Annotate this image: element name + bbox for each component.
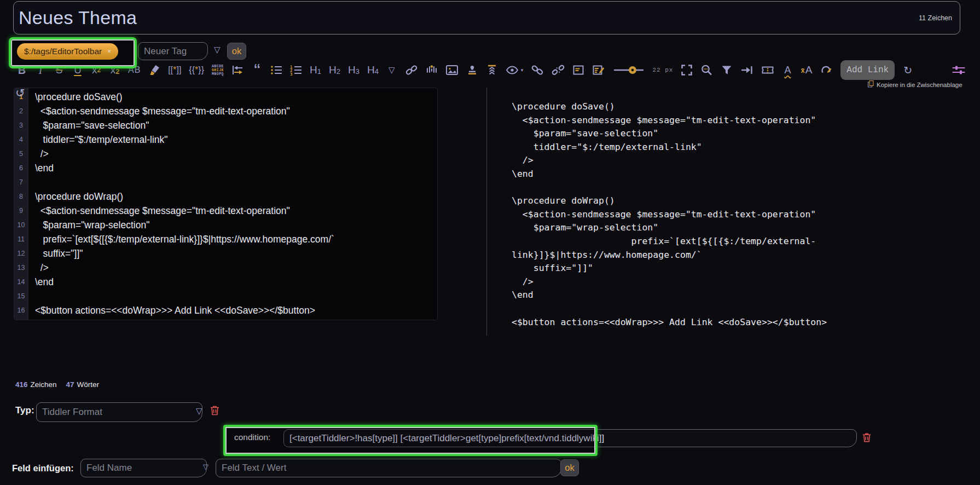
editor-line: 2 <$action-sendmessage $message="tm-edit… [14, 104, 437, 118]
field-value-input[interactable] [216, 459, 561, 477]
bullet-list-icon[interactable] [270, 60, 282, 80]
search-icon[interactable] [700, 60, 713, 80]
letter-case-icon[interactable]: AB [128, 60, 141, 80]
char-count-value: 416 [15, 380, 28, 389]
tag-pill-label: $:/tags/EditorToolbar [24, 47, 102, 56]
filter-icon[interactable] [721, 60, 733, 80]
toolbar-settings-icon[interactable] [952, 60, 966, 80]
toolbar-right-group: ↻ [902, 60, 966, 80]
editor-line: 7 [14, 175, 437, 189]
preview-line: \end [512, 168, 979, 181]
quote-icon[interactable]: “ [252, 60, 263, 80]
strikethrough-icon[interactable]: S [54, 60, 65, 80]
preview-line: link}]}$|https://www.homepage.com/` [512, 249, 979, 262]
line-number: 12 [14, 246, 28, 261]
tag-pill[interactable]: $:/tags/EditorToolbar × [17, 43, 118, 60]
translate-icon[interactable]: x̄A [801, 60, 812, 80]
line-number: 16 [14, 303, 28, 317]
line-height-icon[interactable] [486, 60, 498, 80]
heading-4-icon[interactable]: H4 [367, 60, 379, 80]
line-number: 15 [14, 289, 28, 303]
editor-line-text: suffix="]]" [28, 246, 83, 261]
condition-label: condition: [234, 432, 270, 442]
field-name-dropdown-icon[interactable]: ▽ [203, 463, 208, 471]
line-number: 10 [14, 218, 28, 232]
preview-icon[interactable]: ▾ [506, 60, 524, 80]
indent-icon[interactable] [231, 60, 244, 80]
editor-line-text: \end [28, 275, 54, 289]
editor-line-text: /> [28, 261, 49, 275]
transclusion-icon[interactable]: {{*}} [189, 60, 204, 80]
link-brackets-icon[interactable]: [[*]] [168, 60, 181, 80]
toolbar-icon-group: BISUx2x2AB[[*]]{{*}}ABCDEGHIJKMNOPQ“123H… [16, 60, 833, 80]
goto-icon[interactable] [740, 60, 753, 80]
spellcheck-icon[interactable]: A [782, 60, 793, 80]
media-icon[interactable] [426, 60, 438, 80]
undo-icon[interactable]: ↺ [15, 88, 25, 100]
editor-line: 12 suffix="]]" [14, 246, 437, 261]
tag-remove-icon[interactable]: × [107, 48, 111, 55]
numbered-list-icon[interactable]: 123 [290, 60, 302, 80]
new-tag-input[interactable] [138, 42, 208, 60]
line-number: 14 [14, 275, 28, 289]
line-number: 7 [14, 175, 28, 189]
redo-icon[interactable]: ↻ [902, 60, 913, 80]
add-link-button[interactable]: Add Link [840, 60, 895, 80]
external-link-icon[interactable] [531, 60, 544, 80]
editor-line-text [28, 175, 35, 189]
preview-line: $param="save-selection" [512, 127, 979, 141]
title-input[interactable]: Neues Thema 11 Zeichen [13, 1, 960, 34]
tag-dropdown-icon[interactable]: ▽ [214, 45, 221, 55]
edit-note-icon[interactable] [592, 60, 605, 80]
heading-dropdown-icon[interactable]: ▽ [386, 60, 397, 80]
font-sample-icon[interactable]: ABCDEGHIJKMNOPQ [212, 60, 224, 80]
field-name-input[interactable] [80, 459, 207, 477]
relink-icon[interactable] [820, 60, 833, 80]
editor-line: 9 <$action-sendmessage $message="tm-edit… [14, 204, 437, 218]
editor-line-text: \procedure doWrap() [28, 189, 123, 204]
word-count-value: 47 [66, 380, 74, 389]
heading-2-icon[interactable]: H2 [329, 60, 340, 80]
heading-3-icon[interactable]: H3 [348, 60, 359, 80]
typ-delete-button[interactable] [210, 405, 220, 418]
link-icon[interactable] [405, 60, 418, 80]
tag-ok-button[interactable]: ok [227, 43, 246, 60]
typ-dropdown-icon[interactable]: ▽ [196, 406, 202, 416]
superscript-icon[interactable]: x2 [91, 60, 102, 80]
bold-icon[interactable]: B [16, 60, 27, 80]
fullscreen-icon[interactable] [681, 60, 693, 80]
unlink-icon[interactable] [552, 60, 565, 80]
picture-icon[interactable] [445, 60, 459, 80]
preview-line: \procedure doSave() [512, 100, 979, 114]
line-number: 5 [14, 147, 28, 161]
typ-input[interactable] [36, 402, 202, 422]
editor-line: 11 prefix=`[ext[${[{$:/temp/external-lin… [14, 232, 437, 246]
word-count-icon[interactable] [761, 60, 774, 80]
editor-line-text: tiddler="$:/temp/external-link" [28, 132, 167, 147]
italic-icon[interactable]: I [35, 60, 46, 80]
editor-line-text: $param="wrap-selection" [28, 218, 149, 232]
editor-line: 3 $param="save-selection" [14, 118, 437, 132]
copy-tooltip: Kopiere in die Zwischenablage [868, 80, 962, 89]
copy-tooltip-text: Kopiere in die Zwischenablage [877, 82, 962, 88]
heading-1-icon[interactable]: H1 [310, 60, 321, 80]
preview-line: <$action-sendmessage $message="tm-edit-t… [512, 208, 979, 222]
clear-formatting-icon[interactable] [148, 60, 160, 80]
editor-line: 14 \end [14, 275, 437, 289]
stamp-icon[interactable] [466, 60, 478, 80]
tiddler-title: Neues Thema [19, 7, 137, 28]
editor-toolbar: BISUx2x2AB[[*]]{{*}}ABCDEGHIJKMNOPQ“123H… [16, 59, 966, 82]
editor-line-text: $param="save-selection" [28, 118, 149, 132]
excise-icon[interactable] [572, 60, 584, 80]
condition-delete-button[interactable] [862, 432, 872, 444]
font-size-slider-icon[interactable] [613, 60, 645, 80]
field-ok-button[interactable]: ok [560, 459, 579, 476]
preview-line: \procedure doWrap() [512, 194, 979, 208]
editor-pane[interactable]: ↺ 1 \procedure doSave() 2 <$action-sendm… [14, 88, 438, 320]
line-number: 4 [14, 132, 28, 147]
editor-line-text: /> [28, 147, 49, 161]
subscript-icon[interactable]: x2 [109, 60, 120, 80]
underline-icon[interactable]: U [72, 60, 83, 80]
condition-input[interactable] [283, 429, 857, 447]
char-word-count: 416Zeichen47Wörter [15, 380, 108, 389]
